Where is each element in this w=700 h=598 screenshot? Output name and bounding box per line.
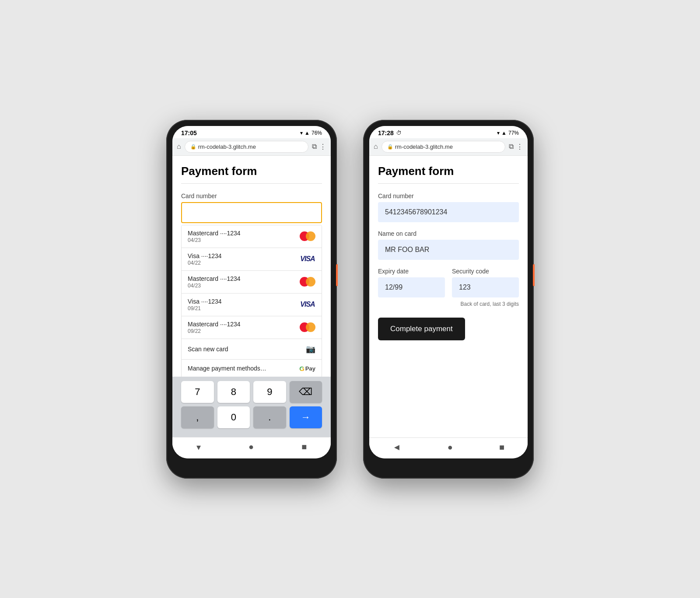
left-phone: 17:05 ▾ ▲ 76% ⌂ 🔒 rm-codelab-3.glitch.me… bbox=[166, 120, 337, 479]
left-url-bar[interactable]: 🔒 rm-codelab-3.glitch.me bbox=[185, 141, 308, 153]
right-time: 17:28 bbox=[378, 129, 394, 136]
right-browser-actions: ⧉ ⋮ bbox=[509, 143, 523, 151]
gpay-badge: G Pay bbox=[299, 365, 315, 372]
numpad-9[interactable]: 9 bbox=[253, 381, 286, 403]
left-status-bar: 17:05 ▾ ▲ 76% bbox=[172, 126, 331, 138]
complete-payment-button[interactable]: Complete payment bbox=[378, 318, 465, 340]
left-card-input[interactable] bbox=[181, 202, 322, 223]
scan-new-card-item[interactable]: Scan new card 📷 bbox=[182, 339, 322, 360]
right-browser-bar: ⌂ 🔒 rm-codelab-3.glitch.me ⧉ ⋮ bbox=[369, 138, 528, 156]
right-nav-home-icon[interactable]: ● bbox=[448, 442, 453, 452]
card-expiry-2: 04/22 bbox=[188, 260, 222, 266]
left-divider bbox=[181, 183, 322, 184]
card-number-group: Card number 5412345678901234 bbox=[378, 192, 519, 222]
tab-switcher-icon[interactable]: ⧉ bbox=[312, 143, 317, 151]
visa-text-1: VISA bbox=[300, 255, 315, 263]
left-nav-bar: ▾ ● ■ bbox=[172, 437, 331, 458]
card-name-2: Visa ····1234 bbox=[188, 252, 222, 259]
right-phone-screen: 17:28 ⏱ ▾ ▲ 77% ⌂ 🔒 rm-codelab-3.glitch.… bbox=[369, 126, 528, 458]
right-status-bar: 17:28 ⏱ ▾ ▲ 77% bbox=[369, 126, 528, 138]
expiry-input[interactable]: 12/99 bbox=[378, 277, 445, 297]
nav-back-icon[interactable]: ▾ bbox=[196, 442, 201, 452]
left-url-text: rm-codelab-3.glitch.me bbox=[198, 143, 256, 150]
saved-card-item[interactable]: Mastercard ····1234 04/23 bbox=[182, 271, 322, 294]
card-info-5: Mastercard ····1234 09/22 bbox=[188, 321, 241, 334]
wifi-icon: ▾ bbox=[300, 130, 303, 136]
saved-cards-dropdown: Mastercard ····1234 04/23 Visa ····1234 … bbox=[181, 225, 322, 377]
left-page-title: Payment form bbox=[181, 164, 322, 178]
right-url-text: rm-codelab-3.glitch.me bbox=[395, 143, 453, 150]
right-more-icon[interactable]: ⋮ bbox=[516, 143, 523, 151]
security-input[interactable]: 123 bbox=[452, 277, 519, 297]
name-on-card-label: Name on card bbox=[378, 230, 519, 237]
gpay-g-icon: G bbox=[299, 365, 304, 372]
card-expiry-4: 09/21 bbox=[188, 305, 222, 311]
visa-text-2: VISA bbox=[300, 301, 315, 308]
right-divider bbox=[378, 183, 519, 184]
name-on-card-input[interactable]: MR FOO BAR bbox=[378, 240, 519, 260]
left-numpad: 7 8 9 ⌫ , 0 . → bbox=[172, 377, 331, 437]
nav-recents-icon[interactable]: ■ bbox=[301, 442, 307, 452]
mastercard-logo-2 bbox=[300, 277, 315, 287]
card-name-1: Mastercard ····1234 bbox=[188, 230, 241, 237]
left-browser-bar: ⌂ 🔒 rm-codelab-3.glitch.me ⧉ ⋮ bbox=[172, 138, 331, 156]
saved-card-item[interactable]: Mastercard ····1234 09/22 bbox=[182, 316, 322, 339]
alarm-icon: ⏱ bbox=[396, 130, 402, 136]
card-expiry-1: 04/23 bbox=[188, 237, 241, 243]
left-status-icons: ▾ ▲ 76% bbox=[300, 130, 322, 136]
lock-icon: 🔒 bbox=[190, 144, 196, 150]
saved-card-item[interactable]: Mastercard ····1234 04/23 bbox=[182, 225, 322, 248]
name-on-card-group: Name on card MR FOO BAR bbox=[378, 230, 519, 260]
battery-right: 77% bbox=[508, 130, 519, 136]
wifi-icon-right: ▾ bbox=[497, 130, 500, 136]
right-url-bar[interactable]: 🔒 rm-codelab-3.glitch.me bbox=[382, 141, 505, 153]
expiry-security-row: Expiry date 12/99 Security code 123 bbox=[378, 268, 519, 297]
numpad-next[interactable]: → bbox=[290, 406, 322, 428]
mastercard-logo-3 bbox=[300, 322, 315, 332]
right-card-number-label: Card number bbox=[378, 192, 519, 199]
signal-icon-right: ▲ bbox=[501, 130, 507, 136]
battery-left: 76% bbox=[312, 130, 322, 136]
left-time: 17:05 bbox=[181, 129, 197, 136]
nav-home-icon[interactable]: ● bbox=[248, 442, 254, 452]
manage-payment-item[interactable]: Manage payment methods… G Pay bbox=[182, 360, 322, 377]
mc-right-circle bbox=[306, 231, 315, 241]
right-phone-wrapper: 17:28 ⏱ ▾ ▲ 77% ⌂ 🔒 rm-codelab-3.glitch.… bbox=[363, 120, 534, 479]
signal-icon: ▲ bbox=[304, 130, 310, 136]
camera-icon: 📷 bbox=[306, 344, 315, 354]
security-label: Security code bbox=[452, 268, 519, 275]
numpad-8[interactable]: 8 bbox=[217, 381, 250, 403]
left-card-number-label: Card number bbox=[181, 192, 322, 199]
home-icon[interactable]: ⌂ bbox=[177, 143, 181, 150]
orange-tab-left bbox=[336, 264, 338, 286]
manage-label: Manage payment methods… bbox=[188, 365, 266, 372]
right-nav-back-icon[interactable]: ◄ bbox=[392, 442, 401, 452]
numpad-7[interactable]: 7 bbox=[181, 381, 214, 403]
card-name-3: Mastercard ····1234 bbox=[188, 275, 241, 282]
left-phone-wrapper: 17:05 ▾ ▲ 76% ⌂ 🔒 rm-codelab-3.glitch.me… bbox=[166, 120, 337, 479]
right-card-number-input[interactable]: 5412345678901234 bbox=[378, 202, 519, 222]
saved-card-item[interactable]: Visa ····1234 04/22 VISA bbox=[182, 248, 322, 271]
card-expiry-3: 04/23 bbox=[188, 283, 241, 289]
security-group: Security code 123 bbox=[452, 268, 519, 297]
card-info-2: Visa ····1234 04/22 bbox=[188, 252, 222, 266]
numpad-period[interactable]: . bbox=[253, 406, 286, 428]
right-status-icons: ▾ ▲ 77% bbox=[497, 130, 519, 136]
card-info-4: Visa ····1234 09/21 bbox=[188, 298, 222, 311]
right-nav-recents-icon[interactable]: ■ bbox=[499, 442, 504, 452]
right-page-content: Payment form Card number 541234567890123… bbox=[369, 156, 528, 437]
right-nav-bar: ◄ ● ■ bbox=[369, 437, 528, 458]
numpad-0[interactable]: 0 bbox=[217, 406, 250, 428]
visa-logo-2: VISA bbox=[300, 299, 315, 310]
card-info-1: Mastercard ····1234 04/23 bbox=[188, 230, 241, 243]
more-icon[interactable]: ⋮ bbox=[319, 143, 326, 151]
right-home-icon[interactable]: ⌂ bbox=[374, 143, 378, 150]
left-page-content: Payment form Card number Mastercard ····… bbox=[172, 156, 331, 377]
numpad-backspace[interactable]: ⌫ bbox=[290, 381, 322, 403]
right-tab-switcher-icon[interactable]: ⧉ bbox=[509, 143, 514, 151]
right-status-left: 17:28 ⏱ bbox=[378, 129, 402, 136]
saved-card-item[interactable]: Visa ····1234 09/21 VISA bbox=[182, 294, 322, 316]
numpad-comma[interactable]: , bbox=[181, 406, 214, 428]
gpay-pay-text: Pay bbox=[305, 365, 315, 372]
mc-right-circle-2 bbox=[306, 277, 315, 287]
